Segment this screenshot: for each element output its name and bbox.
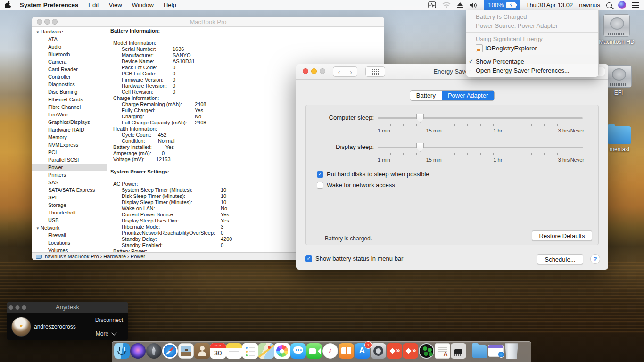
dock-item-launchpad[interactable] bbox=[146, 343, 162, 362]
sidebar-item-bluetooth[interactable]: Bluetooth bbox=[32, 50, 107, 58]
menu-help[interactable]: Help bbox=[164, 1, 176, 8]
sidebar-item-power[interactable]: Power bbox=[32, 164, 107, 171]
show-battery-status-checkbox[interactable]: ✓ bbox=[305, 255, 312, 262]
disclosure-triangle-icon[interactable]: ▼ bbox=[35, 225, 41, 232]
sidebar-item-camera[interactable]: Camera bbox=[32, 58, 107, 66]
dock-item-ioregistry-explorer[interactable] bbox=[450, 343, 466, 362]
anydesk-window[interactable]: Anydesk andreszerocross Disconnect More bbox=[7, 302, 128, 340]
sidebar-item-locations[interactable]: Locations bbox=[32, 239, 107, 247]
dock-item-appstore[interactable]: 1 bbox=[354, 343, 370, 362]
dock-item-facetime[interactable] bbox=[306, 343, 322, 362]
sidebar-item-printers[interactable]: Printers bbox=[32, 171, 107, 179]
slider-thumb[interactable] bbox=[416, 143, 424, 152]
detail-label: Charge Remaining (mAh): bbox=[107, 101, 182, 107]
energy-saver-window[interactable]: ‹ › Energy Saver Battery Power Adapter B… bbox=[296, 64, 608, 270]
energy-app-item[interactable]: IORegistryExplorer bbox=[466, 43, 598, 53]
slider-thumb[interactable] bbox=[416, 114, 424, 123]
sidebar-item-hardware-raid[interactable]: Hardware RAID bbox=[32, 126, 107, 133]
active-app-name[interactable]: System Preferences bbox=[20, 1, 78, 8]
sidebar-item-memory[interactable]: Memory bbox=[32, 133, 107, 141]
sidebar-item-usb[interactable]: USB bbox=[32, 216, 107, 224]
dock-item-photos[interactable] bbox=[274, 343, 290, 362]
menu-bar-clock[interactable]: Thu 30 Apr 13.02 bbox=[526, 1, 573, 8]
search-icon[interactable] bbox=[606, 2, 612, 8]
dock-item-contacts[interactable] bbox=[194, 343, 210, 362]
checkbox[interactable]: ✓ bbox=[317, 171, 323, 178]
open-energy-saver-item[interactable]: Open Energy Saver Preferences... bbox=[466, 66, 598, 75]
dock-item-anydesk-2[interactable] bbox=[402, 343, 418, 362]
restore-defaults-button[interactable]: Restore Defaults bbox=[532, 230, 592, 241]
sidebar-item-network[interactable]: ▼Network bbox=[32, 224, 107, 231]
checkbox[interactable] bbox=[317, 182, 323, 189]
sidebar-item-sata-sata-express[interactable]: SATA/SATA Express bbox=[32, 186, 107, 194]
dock-item-system-preferences[interactable] bbox=[370, 343, 386, 362]
sidebar-item-card-reader[interactable]: Card Reader bbox=[32, 66, 107, 73]
sidebar-item-graphics-displays[interactable]: Graphics/Displays bbox=[32, 118, 107, 126]
activity-monitor-icon[interactable] bbox=[428, 1, 436, 8]
sidebar-item-disc-burning[interactable]: Disc Burning bbox=[32, 88, 107, 96]
notification-center-icon[interactable] bbox=[632, 2, 639, 8]
dock-item-messages[interactable] bbox=[290, 343, 306, 362]
sidebar-item-ethernet-cards[interactable]: Ethernet Cards bbox=[32, 96, 107, 103]
sidebar-item-thunderbolt[interactable]: Thunderbolt bbox=[32, 209, 107, 216]
more-button[interactable]: More bbox=[90, 327, 122, 340]
sidebar-item-nvmexpress[interactable]: NVMExpress bbox=[32, 141, 107, 148]
siri-icon[interactable] bbox=[618, 1, 626, 9]
dock-item-trash[interactable] bbox=[504, 343, 520, 362]
sysinfo-sidebar[interactable]: ▼HardwareATAAudioBluetoothCameraCard Rea… bbox=[32, 27, 107, 253]
dock-item-calendar[interactable]: APR30 bbox=[210, 343, 226, 362]
dock-item-notes[interactable] bbox=[226, 343, 242, 362]
sidebar-item-fibre-channel[interactable]: Fibre Channel bbox=[32, 103, 107, 111]
anydesk-titlebar[interactable]: Anydesk bbox=[7, 302, 128, 313]
dock-item-preview[interactable] bbox=[178, 343, 194, 362]
sidebar-item-pci[interactable]: PCI bbox=[32, 148, 107, 156]
apple-menu-icon[interactable] bbox=[5, 1, 11, 8]
sidebar-item-hardware[interactable]: ▼Hardware bbox=[32, 28, 107, 35]
sidebar-item-audio[interactable]: Audio bbox=[32, 43, 107, 50]
dock-item-maps[interactable] bbox=[258, 343, 274, 362]
schedule-button[interactable]: Schedule... bbox=[537, 254, 583, 264]
sidebar-item-storage[interactable]: Storage bbox=[32, 201, 107, 209]
menu-view[interactable]: View bbox=[109, 1, 122, 8]
dock-item-safari[interactable] bbox=[162, 343, 178, 362]
user-menu[interactable]: navirius bbox=[579, 1, 600, 8]
tab-battery[interactable]: Battery bbox=[410, 91, 442, 100]
dock-item-minimized-window[interactable] bbox=[487, 343, 504, 362]
dock-item-ibooks[interactable] bbox=[338, 343, 354, 362]
dock-item-siri[interactable] bbox=[130, 343, 146, 362]
menu-edit[interactable]: Edit bbox=[88, 1, 99, 8]
disclosure-triangle-icon[interactable]: ▼ bbox=[35, 29, 41, 36]
sidebar-item-parallel-scsi[interactable]: Parallel SCSI bbox=[32, 156, 107, 164]
show-percentage-item[interactable]: ✓ Show Percentage bbox=[466, 57, 598, 66]
battery-menu-extra[interactable]: 100% bbox=[484, 0, 520, 10]
menu-window[interactable]: Window bbox=[132, 1, 154, 8]
slider-track[interactable]: 1 min15 min1 hr3 hrsNever bbox=[378, 117, 583, 119]
dock-item-dark-globe-app[interactable] bbox=[418, 343, 434, 362]
sidebar-item-sas[interactable]: SAS bbox=[32, 179, 107, 186]
show-battery-status-row[interactable]: ✓ Show battery status in menu bar bbox=[305, 255, 403, 262]
tab-power-adapter[interactable]: Power Adapter bbox=[442, 91, 494, 100]
dock-item-anydesk[interactable] bbox=[386, 343, 402, 362]
sidebar-item-firewire[interactable]: FireWire bbox=[32, 111, 107, 118]
checkbox-row[interactable]: ✓Put hard disks to sleep when possible bbox=[317, 171, 429, 178]
sidebar-item-firewall[interactable]: Firewall bbox=[32, 231, 107, 239]
volume-icon[interactable] bbox=[469, 2, 478, 8]
sidebar-item-spi[interactable]: SPI bbox=[32, 194, 107, 201]
dock-item-documents-folder[interactable] bbox=[471, 343, 487, 362]
battery-menu[interactable]: Battery Is Charged Power Source: Power A… bbox=[466, 10, 599, 77]
dock-item-text-editor[interactable] bbox=[434, 343, 450, 362]
sidebar-item-ata[interactable]: ATA bbox=[32, 35, 107, 43]
slider-track[interactable]: 1 min15 min1 hr3 hrsNever bbox=[378, 147, 583, 148]
dock-item-itunes[interactable] bbox=[322, 343, 338, 362]
help-button[interactable]: ? bbox=[590, 254, 600, 264]
eject-icon[interactable] bbox=[457, 2, 463, 8]
wifi-icon[interactable] bbox=[442, 2, 451, 8]
checkbox-row[interactable]: Wake for network access bbox=[317, 181, 395, 189]
sysinfo-titlebar[interactable]: MacBook Pro bbox=[32, 17, 384, 27]
disconnect-button[interactable]: Disconnect bbox=[90, 313, 128, 327]
desktop-icon-macintosh-hd[interactable]: Macintosh HD bbox=[595, 14, 638, 45]
sidebar-item-controller[interactable]: Controller bbox=[32, 73, 107, 81]
dock-item-finder[interactable] bbox=[114, 343, 130, 362]
sidebar-item-diagnostics[interactable]: Diagnostics bbox=[32, 81, 107, 88]
dock-item-reminders[interactable] bbox=[242, 343, 258, 362]
